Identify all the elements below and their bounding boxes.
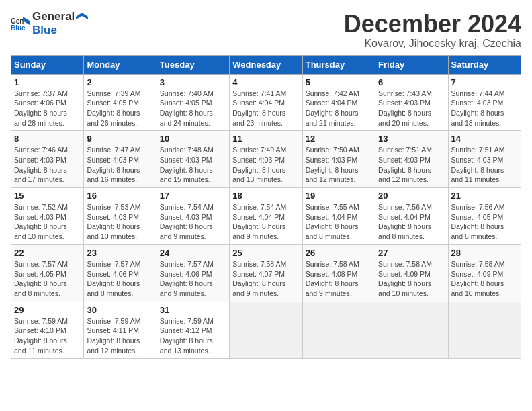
calendar-cell: 7Sunrise: 7:44 AM Sunset: 4:03 PM Daylig… xyxy=(448,74,521,131)
day-number: 21 xyxy=(451,191,518,201)
day-info: Sunrise: 7:57 AM Sunset: 4:05 PM Dayligh… xyxy=(14,259,81,299)
day-info: Sunrise: 7:44 AM Sunset: 4:03 PM Dayligh… xyxy=(451,89,518,128)
day-info: Sunrise: 7:43 AM Sunset: 4:03 PM Dayligh… xyxy=(378,89,445,128)
day-number: 26 xyxy=(306,248,372,258)
calendar-cell: 31Sunrise: 7:59 AM Sunset: 4:12 PM Dayli… xyxy=(157,302,229,359)
calendar-header-row: SundayMondayTuesdayWednesdayThursdayFrid… xyxy=(11,55,521,74)
calendar-cell xyxy=(375,302,448,359)
title-section: December 2024 Kovarov, Jihocesky kraj, C… xyxy=(344,11,521,50)
day-info: Sunrise: 7:50 AM Sunset: 4:03 PM Dayligh… xyxy=(306,145,372,185)
day-header-saturday: Saturday xyxy=(448,55,521,74)
calendar: SundayMondayTuesdayWednesdayThursdayFrid… xyxy=(11,55,521,359)
calendar-week-2: 8Sunrise: 7:46 AM Sunset: 4:03 PM Daylig… xyxy=(11,131,521,188)
day-number: 20 xyxy=(378,191,445,201)
day-info: Sunrise: 7:59 AM Sunset: 4:10 PM Dayligh… xyxy=(14,316,81,356)
day-info: Sunrise: 7:55 AM Sunset: 4:04 PM Dayligh… xyxy=(306,202,372,242)
day-info: Sunrise: 7:41 AM Sunset: 4:04 PM Dayligh… xyxy=(232,89,299,128)
day-number: 8 xyxy=(14,134,81,144)
calendar-cell: 6Sunrise: 7:43 AM Sunset: 4:03 PM Daylig… xyxy=(375,74,448,131)
day-number: 3 xyxy=(160,77,226,87)
calendar-cell: 9Sunrise: 7:47 AM Sunset: 4:03 PM Daylig… xyxy=(84,131,157,188)
day-header-sunday: Sunday xyxy=(11,55,84,74)
calendar-cell: 8Sunrise: 7:46 AM Sunset: 4:03 PM Daylig… xyxy=(11,131,84,188)
day-number: 17 xyxy=(160,191,226,201)
calendar-cell: 16Sunrise: 7:53 AM Sunset: 4:03 PM Dayli… xyxy=(84,188,157,245)
day-number: 16 xyxy=(87,191,153,201)
calendar-cell: 5Sunrise: 7:42 AM Sunset: 4:04 PM Daylig… xyxy=(302,74,375,131)
calendar-cell: 15Sunrise: 7:52 AM Sunset: 4:03 PM Dayli… xyxy=(11,188,84,245)
day-number: 15 xyxy=(14,191,81,201)
logo-icon: Gen Blue xyxy=(11,14,30,33)
day-info: Sunrise: 7:59 AM Sunset: 4:12 PM Dayligh… xyxy=(160,316,226,356)
svg-text:Blue: Blue xyxy=(11,24,26,32)
day-info: Sunrise: 7:59 AM Sunset: 4:11 PM Dayligh… xyxy=(87,316,153,356)
calendar-cell: 3Sunrise: 7:40 AM Sunset: 4:05 PM Daylig… xyxy=(157,74,229,131)
day-number: 6 xyxy=(378,77,445,87)
day-number: 24 xyxy=(160,248,226,258)
calendar-cell: 18Sunrise: 7:54 AM Sunset: 4:04 PM Dayli… xyxy=(230,188,302,245)
day-info: Sunrise: 7:56 AM Sunset: 4:04 PM Dayligh… xyxy=(378,202,445,242)
day-number: 4 xyxy=(232,77,299,87)
day-info: Sunrise: 7:42 AM Sunset: 4:04 PM Dayligh… xyxy=(306,89,372,128)
main-title: December 2024 xyxy=(344,11,521,38)
calendar-cell: 19Sunrise: 7:55 AM Sunset: 4:04 PM Dayli… xyxy=(302,188,375,245)
day-number: 14 xyxy=(451,134,518,144)
day-number: 28 xyxy=(451,248,518,258)
day-info: Sunrise: 7:56 AM Sunset: 4:05 PM Dayligh… xyxy=(451,202,518,242)
subtitle: Kovarov, Jihocesky kraj, Czechia xyxy=(344,38,521,50)
day-header-friday: Friday xyxy=(375,55,448,74)
day-info: Sunrise: 7:51 AM Sunset: 4:03 PM Dayligh… xyxy=(378,145,445,185)
svg-marker-3 xyxy=(76,13,88,19)
day-number: 25 xyxy=(232,248,299,258)
day-number: 5 xyxy=(306,77,372,87)
day-info: Sunrise: 7:58 AM Sunset: 4:09 PM Dayligh… xyxy=(378,259,445,299)
calendar-cell xyxy=(302,302,375,359)
day-info: Sunrise: 7:48 AM Sunset: 4:03 PM Dayligh… xyxy=(160,145,226,185)
calendar-cell: 1Sunrise: 7:37 AM Sunset: 4:06 PM Daylig… xyxy=(11,74,84,131)
day-number: 18 xyxy=(232,191,299,201)
day-number: 12 xyxy=(306,134,372,144)
calendar-cell: 27Sunrise: 7:58 AM Sunset: 4:09 PM Dayli… xyxy=(375,244,448,302)
day-info: Sunrise: 7:57 AM Sunset: 4:06 PM Dayligh… xyxy=(87,259,153,299)
day-number: 23 xyxy=(87,248,153,258)
day-number: 19 xyxy=(306,191,372,201)
calendar-cell xyxy=(230,302,302,359)
day-number: 30 xyxy=(87,305,153,315)
day-info: Sunrise: 7:40 AM Sunset: 4:05 PM Dayligh… xyxy=(160,89,226,128)
calendar-cell xyxy=(448,302,521,359)
day-info: Sunrise: 7:47 AM Sunset: 4:03 PM Dayligh… xyxy=(87,145,153,185)
day-number: 29 xyxy=(14,305,81,315)
day-number: 27 xyxy=(378,248,445,258)
calendar-cell: 25Sunrise: 7:58 AM Sunset: 4:07 PM Dayli… xyxy=(230,244,302,302)
day-number: 10 xyxy=(160,134,226,144)
calendar-cell: 29Sunrise: 7:59 AM Sunset: 4:10 PM Dayli… xyxy=(11,302,84,359)
day-header-wednesday: Wednesday xyxy=(230,55,302,74)
day-info: Sunrise: 7:58 AM Sunset: 4:09 PM Dayligh… xyxy=(451,259,518,299)
calendar-cell: 4Sunrise: 7:41 AM Sunset: 4:04 PM Daylig… xyxy=(230,74,302,131)
logo: Gen Blue General Blue xyxy=(11,11,88,37)
logo-general: General xyxy=(32,10,75,23)
day-info: Sunrise: 7:49 AM Sunset: 4:03 PM Dayligh… xyxy=(232,145,299,185)
calendar-cell: 13Sunrise: 7:51 AM Sunset: 4:03 PM Dayli… xyxy=(375,131,448,188)
day-number: 31 xyxy=(160,305,226,315)
day-info: Sunrise: 7:58 AM Sunset: 4:08 PM Dayligh… xyxy=(306,259,372,299)
calendar-cell: 26Sunrise: 7:58 AM Sunset: 4:08 PM Dayli… xyxy=(302,244,375,302)
calendar-cell: 23Sunrise: 7:57 AM Sunset: 4:06 PM Dayli… xyxy=(84,244,157,302)
calendar-cell: 2Sunrise: 7:39 AM Sunset: 4:05 PM Daylig… xyxy=(84,74,157,131)
logo-bird-icon xyxy=(76,13,88,22)
calendar-cell: 21Sunrise: 7:56 AM Sunset: 4:05 PM Dayli… xyxy=(448,188,521,245)
calendar-cell: 30Sunrise: 7:59 AM Sunset: 4:11 PM Dayli… xyxy=(84,302,157,359)
day-number: 22 xyxy=(14,248,81,258)
calendar-cell: 20Sunrise: 7:56 AM Sunset: 4:04 PM Dayli… xyxy=(375,188,448,245)
calendar-cell: 24Sunrise: 7:57 AM Sunset: 4:06 PM Dayli… xyxy=(157,244,229,302)
day-info: Sunrise: 7:52 AM Sunset: 4:03 PM Dayligh… xyxy=(14,202,81,242)
calendar-week-3: 15Sunrise: 7:52 AM Sunset: 4:03 PM Dayli… xyxy=(11,188,521,245)
calendar-week-1: 1Sunrise: 7:37 AM Sunset: 4:06 PM Daylig… xyxy=(11,74,521,131)
calendar-cell: 28Sunrise: 7:58 AM Sunset: 4:09 PM Dayli… xyxy=(448,244,521,302)
day-number: 7 xyxy=(451,77,518,87)
day-info: Sunrise: 7:54 AM Sunset: 4:04 PM Dayligh… xyxy=(232,202,299,242)
calendar-cell: 12Sunrise: 7:50 AM Sunset: 4:03 PM Dayli… xyxy=(302,131,375,188)
day-info: Sunrise: 7:37 AM Sunset: 4:06 PM Dayligh… xyxy=(14,89,81,128)
day-info: Sunrise: 7:46 AM Sunset: 4:03 PM Dayligh… xyxy=(14,145,81,185)
day-info: Sunrise: 7:51 AM Sunset: 4:03 PM Dayligh… xyxy=(451,145,518,185)
